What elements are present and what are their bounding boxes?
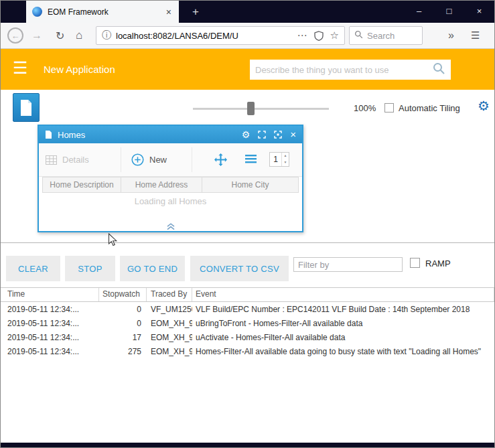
cell-time: 2019-05-11 12:34:... [1, 333, 99, 342]
cell-event: uActivate - Homes-Filter-All available d… [192, 333, 494, 342]
clear-button[interactable]: CLEAR [6, 256, 60, 281]
header-event[interactable]: Event [192, 288, 494, 301]
cell-time: 2019-05-11 12:34:... [1, 319, 99, 328]
window-bottom-edge [1, 443, 494, 448]
move-arrows-icon[interactable] [214, 153, 227, 169]
filter-input[interactable] [293, 257, 403, 272]
homes-close-icon[interactable]: × [290, 130, 296, 139]
homes-toolbar: Details New 1 ▲ ▼ [39, 143, 302, 177]
spinner-up-icon[interactable]: ▲ [282, 153, 289, 159]
ramp-label: RAMP [425, 258, 451, 269]
collapse-chevron-icon[interactable] [165, 221, 175, 233]
details-button[interactable]: Details [46, 143, 89, 176]
stop-button[interactable]: STOP [65, 256, 115, 281]
search-icon [354, 29, 363, 42]
browser-window: EOM Framework × + – □ × ← → ↻ ⌂ ⓘ localh… [0, 0, 495, 448]
toolbar-separator [192, 147, 192, 172]
bookmark-star-icon[interactable]: ☆ [330, 29, 339, 42]
app-header: ☰ New Application [1, 49, 494, 90]
table-row[interactable]: 2019-05-11 12:34:... 275 EOM_XH_9 Homes-… [1, 344, 494, 358]
automatic-tiling-label: Automatic Tiling [399, 103, 460, 113]
details-grid-icon [46, 155, 57, 165]
spinner-value[interactable]: 1 [270, 153, 281, 166]
app-search-bar[interactable] [250, 60, 451, 80]
overflow-chevrons-button[interactable]: » [448, 23, 454, 48]
convert-to-csv-button[interactable]: CONVERT TO CSV [190, 256, 289, 281]
site-info-icon[interactable]: ⓘ [102, 29, 111, 42]
table-row[interactable]: 2019-05-11 12:34:... 0 EOM_XH_9 uBringTo… [1, 316, 494, 330]
url-text[interactable]: localhost:8082/LANSA6/DEM/U [116, 31, 291, 41]
list-layout-icon[interactable] [245, 154, 257, 167]
column-header-home-city[interactable]: Home City [202, 177, 299, 193]
cell-traced-by: VF_UM1250 [147, 305, 192, 314]
automatic-tiling-checkbox[interactable] [384, 103, 394, 113]
trace-table-header: Time Stopwatch Traced By Event [1, 287, 494, 302]
browser-search-bar[interactable] [349, 26, 423, 45]
column-header-home-address[interactable]: Home Address [121, 177, 202, 193]
homes-window: Homes ⚙ × Details New [38, 125, 303, 232]
reload-button[interactable]: ↻ [56, 23, 64, 48]
cell-stopwatch: 0 [99, 319, 147, 328]
cell-time: 2019-05-11 12:34:... [1, 305, 99, 314]
workspace-settings-gear-icon[interactable]: ⚙ [478, 98, 490, 114]
page-actions-icon[interactable]: ⋯ [297, 29, 307, 42]
new-tab-button[interactable]: + [187, 3, 204, 21]
header-time[interactable]: Time [1, 288, 99, 301]
header-traced-by[interactable]: Traced By [147, 288, 192, 301]
hamburger-icon: ☰ [471, 29, 480, 42]
site-favicon-icon [32, 7, 42, 17]
new-button[interactable]: New [131, 143, 167, 176]
reload-icon: ↻ [56, 29, 64, 42]
window-controls: – □ × [404, 1, 494, 23]
window-close-button[interactable]: × [464, 1, 494, 23]
browser-tab[interactable]: EOM Framework × [26, 1, 179, 23]
loading-message: Loading all Homes [39, 196, 302, 206]
app-search-icon[interactable] [432, 62, 445, 78]
zoom-value: 100% [354, 103, 376, 113]
browser-titlebar: EOM Framework × + – □ × [1, 1, 494, 23]
homes-settings-gear-icon[interactable]: ⚙ [242, 129, 251, 140]
workspace: 100% Automatic Tiling ⚙ Homes ⚙ × [1, 90, 494, 242]
zoom-slider-track[interactable] [193, 108, 329, 110]
homes-grid-header: Home Description Home Address Home City [42, 177, 302, 193]
ramp-checkbox[interactable] [410, 258, 420, 268]
app-search-input[interactable] [255, 65, 432, 75]
forward-button[interactable]: → [31, 23, 42, 48]
homes-titlebar[interactable]: Homes ⚙ × [39, 126, 302, 143]
tab-close-icon[interactable]: × [165, 7, 173, 17]
header-stopwatch[interactable]: Stopwatch [99, 288, 147, 301]
home-button[interactable]: ⌂ [76, 23, 82, 48]
table-row[interactable]: 2019-05-11 12:34:... 0 VF_UM1250 VLF Bui… [1, 302, 494, 316]
trace-panel: CLEAR STOP GO TO END CONVERT TO CSV RAMP… [1, 242, 494, 443]
zoom-slider-handle[interactable] [247, 102, 255, 115]
forward-icon: → [31, 29, 42, 42]
homes-document-icon [45, 130, 52, 139]
plus-circle-icon [131, 153, 144, 166]
details-label: Details [62, 155, 89, 165]
table-row[interactable]: 2019-05-11 12:34:... 17 EOM_XH_9 uActiva… [1, 330, 494, 344]
app-menu-button[interactable]: ☰ [13, 58, 27, 78]
cell-stopwatch: 17 [99, 333, 147, 342]
go-to-end-button[interactable]: GO TO END [120, 256, 185, 281]
cell-traced-by: EOM_XH_9 [147, 347, 192, 356]
mouse-cursor [108, 233, 118, 250]
window-maximize-button[interactable]: □ [434, 1, 464, 23]
spinner-down-icon[interactable]: ▼ [282, 159, 289, 166]
cell-stopwatch: 0 [99, 305, 147, 314]
column-header-home-description[interactable]: Home Description [42, 177, 121, 193]
app-title: New Application [44, 64, 115, 75]
window-minimize-button[interactable]: – [404, 1, 434, 23]
toolbar-separator [121, 147, 121, 172]
cell-time: 2019-05-11 12:34:... [1, 347, 99, 356]
homes-tile-icon[interactable] [274, 131, 282, 139]
address-bar[interactable]: ⓘ localhost:8082/LANSA6/DEM/U ⋯ ☆ [96, 26, 345, 45]
homes-expand-icon[interactable] [258, 131, 266, 139]
page-spinner[interactable]: 1 ▲ ▼ [269, 152, 289, 167]
new-document-button[interactable] [13, 93, 40, 122]
browser-menu-button[interactable]: ☰ [471, 23, 480, 48]
cell-traced-by: EOM_XH_9 [147, 319, 192, 328]
browser-search-input[interactable] [367, 31, 411, 41]
shield-icon[interactable] [314, 31, 324, 41]
cell-event: Homes-Filter-All available data going to… [192, 347, 494, 356]
back-button[interactable]: ← [7, 23, 23, 48]
